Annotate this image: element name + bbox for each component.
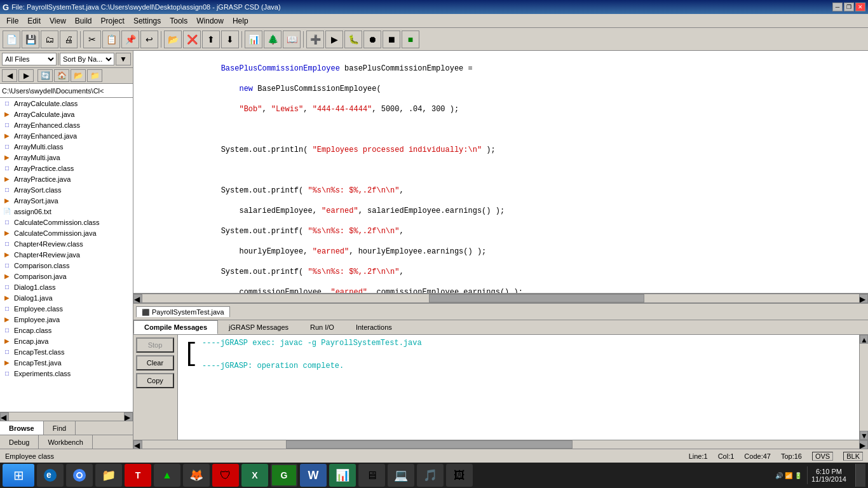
menu-file[interactable]: File bbox=[3, 15, 22, 27]
paste-button[interactable]: 📌 bbox=[121, 30, 139, 48]
print-button[interactable]: 🖨 bbox=[60, 30, 78, 48]
close-file-button[interactable]: ❌ bbox=[183, 30, 201, 48]
list-item[interactable]: ▶ ArrayCalculate.java bbox=[0, 109, 133, 119]
horizontal-scroll[interactable]: ◀ ▶ bbox=[0, 412, 133, 421]
book-button[interactable]: 📖 bbox=[283, 30, 301, 48]
list-item[interactable]: □ ArrayEnhanced.class bbox=[0, 119, 133, 130]
list-item[interactable]: □ Dialog1.class bbox=[0, 281, 133, 292]
run-button[interactable]: ▶ bbox=[325, 30, 343, 48]
list-item[interactable]: □ Chapter4Review.class bbox=[0, 238, 133, 249]
chart-button[interactable]: 📊 bbox=[245, 30, 262, 48]
record-button[interactable]: ⏺ bbox=[363, 30, 381, 48]
list-item[interactable]: ▶ EncapTest.java bbox=[0, 357, 133, 368]
tab-jgrasp-messages[interactable]: jGRASP Messages bbox=[218, 320, 299, 334]
restore-button[interactable]: ❐ bbox=[844, 3, 854, 11]
scroll-right[interactable]: ▶ bbox=[124, 412, 133, 421]
menu-window[interactable]: Window bbox=[193, 15, 227, 27]
list-item[interactable]: ▶ Dialog1.java bbox=[0, 292, 133, 303]
taskbar-g-green[interactable]: G bbox=[271, 464, 297, 487]
list-item[interactable]: ▶ ArrayEnhanced.java bbox=[0, 130, 133, 141]
vscroll-up[interactable]: ▲ bbox=[860, 335, 868, 344]
list-item[interactable]: ▶ ArrayPractice.java bbox=[0, 173, 133, 184]
folder-up-button[interactable]: 📂 bbox=[71, 69, 86, 82]
copy-button[interactable]: 📋 bbox=[102, 30, 120, 48]
list-item[interactable]: ▶ Chapter4Review.java bbox=[0, 249, 133, 260]
list-item[interactable]: □ Encap.class bbox=[0, 325, 133, 336]
forward-button[interactable]: ▶ bbox=[18, 69, 34, 82]
list-item[interactable]: ▶ Employee.java bbox=[0, 314, 133, 325]
home-button[interactable]: 🏠 bbox=[54, 69, 69, 82]
menu-view[interactable]: View bbox=[46, 15, 70, 27]
workbench-tab[interactable]: Workbench bbox=[39, 435, 92, 449]
bottom-hscroll[interactable]: ◀ ▶ bbox=[133, 440, 868, 449]
taskbar-excel[interactable]: X bbox=[241, 464, 268, 487]
menu-build[interactable]: Build bbox=[71, 15, 96, 27]
new-button[interactable]: 📄 bbox=[3, 30, 20, 48]
bhscroll-right[interactable]: ▶ bbox=[859, 440, 868, 449]
list-item[interactable]: ▶ ArrayMulti.java bbox=[0, 152, 133, 163]
taskbar-calc[interactable]: 📊 bbox=[329, 464, 356, 487]
close-button[interactable]: ✕ bbox=[855, 3, 865, 11]
down-button[interactable]: ⬇ bbox=[221, 30, 239, 48]
save-button[interactable]: 💾 bbox=[22, 30, 39, 48]
start-button[interactable]: ⊞ bbox=[3, 464, 34, 487]
list-item[interactable]: ▶ CalculateCommission.java bbox=[0, 227, 133, 238]
menu-settings[interactable]: Settings bbox=[130, 15, 165, 27]
list-item[interactable]: □ ArrayMulti.class bbox=[0, 141, 133, 152]
scroll-left[interactable]: ◀ bbox=[0, 412, 9, 421]
green-button[interactable]: ■ bbox=[402, 30, 419, 48]
bottom-vscroll[interactable]: ▲ ▼ bbox=[859, 335, 868, 440]
clear-button[interactable]: Clear bbox=[136, 355, 174, 370]
list-item[interactable]: ▶ ArraySort.java bbox=[0, 195, 133, 206]
tab-compile-messages[interactable]: Compile Messages bbox=[133, 320, 218, 334]
taskbar-tchar[interactable]: T bbox=[125, 464, 151, 487]
tab-run-io[interactable]: Run I/O bbox=[299, 320, 345, 334]
file-list[interactable]: □ ArrayCalculate.class ▶ ArrayCalculate.… bbox=[0, 98, 133, 412]
list-item[interactable]: □ Experiments.class bbox=[0, 368, 133, 379]
save-all-button[interactable]: 🗂 bbox=[41, 30, 58, 48]
stop-toolbar-button[interactable]: ⏹ bbox=[383, 30, 400, 48]
show-desktop-button[interactable] bbox=[855, 464, 865, 487]
list-item[interactable]: ▶ Comparison.java bbox=[0, 271, 133, 281]
taskbar-explorer[interactable]: 📁 bbox=[95, 464, 122, 487]
code-hscroll[interactable]: ◀ ▶ bbox=[133, 294, 868, 302]
list-item[interactable]: 📄 assign06.txt bbox=[0, 206, 133, 217]
up-button[interactable]: ⬆ bbox=[202, 30, 220, 48]
back-button[interactable]: ◀ bbox=[2, 69, 17, 82]
taskbar-shield[interactable]: 🛡 bbox=[212, 464, 239, 487]
tree-button[interactable]: 🌲 bbox=[264, 30, 281, 48]
copy-output-button[interactable]: Copy bbox=[136, 373, 174, 388]
taskbar-photo[interactable]: 🖼 bbox=[446, 464, 473, 487]
refresh-button[interactable]: 🔄 bbox=[37, 69, 53, 82]
code-editor[interactable]: BasePlusCommissionEmployee basePlusCommi… bbox=[133, 51, 868, 294]
list-item[interactable]: □ Employee.class bbox=[0, 303, 133, 314]
menu-edit[interactable]: Edit bbox=[24, 15, 44, 27]
stop-button[interactable]: Stop bbox=[136, 337, 174, 353]
bhscroll-left[interactable]: ◀ bbox=[133, 440, 142, 449]
taskbar-chrome[interactable] bbox=[66, 464, 93, 487]
hscroll-right[interactable]: ▶ bbox=[859, 294, 868, 302]
file-filter-select[interactable]: All Files bbox=[2, 53, 57, 65]
bottom-file-tab[interactable]: ⬛ PayrollSystemTest.java bbox=[136, 306, 230, 317]
add-button[interactable]: ➕ bbox=[306, 30, 324, 48]
list-item[interactable]: □ ArrayPractice.class bbox=[0, 163, 133, 173]
list-item[interactable]: ▶ Encap.java bbox=[0, 336, 133, 346]
bhscroll-thumb[interactable] bbox=[286, 440, 573, 449]
taskbar-monitor[interactable]: 🖥 bbox=[358, 464, 385, 487]
browse-tab[interactable]: Browse bbox=[0, 421, 44, 435]
find-tab[interactable]: Find bbox=[44, 421, 76, 435]
menu-tools[interactable]: Tools bbox=[166, 15, 191, 27]
bug-button[interactable]: 🐛 bbox=[344, 30, 362, 48]
taskbar-laptop[interactable]: 💻 bbox=[388, 464, 414, 487]
undo-button[interactable]: ↩ bbox=[140, 30, 158, 48]
taskbar-ie[interactable]: e bbox=[37, 464, 64, 487]
vscroll-down[interactable]: ▼ bbox=[860, 431, 868, 440]
menu-help[interactable]: Help bbox=[229, 15, 252, 27]
list-item[interactable]: □ CalculateCommission.class bbox=[0, 217, 133, 227]
clock[interactable]: 6:10 PM 11/19/2014 bbox=[807, 466, 850, 484]
folder-open-button[interactable]: 📁 bbox=[87, 69, 102, 82]
hscroll-thumb[interactable] bbox=[429, 294, 644, 302]
list-item[interactable]: □ EncapTest.class bbox=[0, 346, 133, 357]
tab-interactions[interactable]: Interactions bbox=[345, 320, 403, 334]
sort-select[interactable]: Sort By Na... bbox=[60, 53, 114, 65]
